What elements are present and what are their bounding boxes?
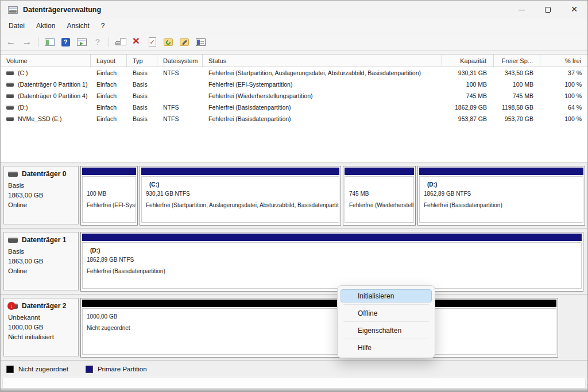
cell--frei: 64 % xyxy=(540,104,588,111)
table-row[interactable]: (D:)EinfachBasisNTFSFehlerfrei (Basisdat… xyxy=(1,102,587,113)
context-menu-item-hilfe[interactable]: Hilfe xyxy=(341,341,432,354)
table-row[interactable]: (C:)EinfachBasisNTFSFehlerfrei (Startpar… xyxy=(1,67,587,79)
partition-block[interactable]: 100 MBFehlerfrei (EFI-Syst xyxy=(80,166,138,226)
close-button[interactable] xyxy=(561,1,587,19)
column-header-dateisystem[interactable]: Dateisystem xyxy=(157,55,203,67)
legend-swatch xyxy=(86,366,93,373)
primary-partition-bar xyxy=(82,234,582,241)
disk-label[interactable]: ↓Datenträger 2Unbekannt1000,00 GBNicht i… xyxy=(3,298,79,356)
menu-help[interactable]: ? xyxy=(95,20,111,32)
disk-label[interactable]: Datenträger 1Basis1863,00 GBOnline xyxy=(3,232,79,290)
edit-folder-button[interactable] xyxy=(177,36,191,48)
volume-table-body: (C:)EinfachBasisNTFSFehlerfrei (Startpar… xyxy=(1,67,587,125)
column-header--frei[interactable]: % frei xyxy=(540,55,588,67)
status-bar xyxy=(2,378,586,389)
volume-icon xyxy=(6,71,14,75)
partition-name: (D:) xyxy=(424,180,581,189)
delete-button[interactable] xyxy=(129,36,143,48)
back-icon xyxy=(6,36,16,48)
check-document-button[interactable] xyxy=(145,36,159,48)
column-header-volume[interactable]: Volume xyxy=(1,55,91,67)
table-row[interactable]: (Datenträger 0 Partition 1)EinfachBasisF… xyxy=(1,79,587,90)
table-header: VolumeLayoutTypDateisystemStatusKapazitä… xyxy=(1,54,587,67)
unallocated-bar xyxy=(82,300,556,307)
legend-window-button[interactable] xyxy=(194,36,207,48)
action-pane-button[interactable] xyxy=(75,36,88,48)
partitions: 1000,00 GBNicht zugeordnet xyxy=(80,298,584,360)
legend-label: Primäre Partition xyxy=(98,366,147,372)
help-icon xyxy=(61,38,70,46)
partition-body: 100 MBFehlerfrei (EFI-Syst xyxy=(82,176,136,223)
delete-icon xyxy=(133,37,140,47)
menu-ansicht[interactable]: Ansicht xyxy=(61,20,95,32)
window-controls xyxy=(508,1,587,19)
forward-button[interactable] xyxy=(20,36,34,48)
partition-body: 1000,00 GBNicht zugeordnet xyxy=(82,308,556,355)
column-header-status[interactable]: Status xyxy=(203,55,442,67)
cell-freier-sp-: 953,70 GB xyxy=(494,115,540,122)
disk-meta: Online xyxy=(8,200,74,210)
menu-datei[interactable]: Datei xyxy=(3,20,30,32)
cell-status: Fehlerfrei (Basisdatenpartition) xyxy=(203,104,442,111)
console-tree-icon xyxy=(45,38,55,46)
cell-status: Fehlerfrei (Startpartition, Auslagerungs… xyxy=(203,69,442,76)
context-menu-item-eigenschaften[interactable]: Eigenschaften xyxy=(341,324,432,337)
cell-layout: Einfach xyxy=(91,92,127,99)
partition-name: (C:) xyxy=(146,180,336,189)
table-row[interactable]: (Datenträger 0 Partition 4)EinfachBasisF… xyxy=(1,90,587,102)
partition-block[interactable]: 1000,00 GBNicht zugeordnet xyxy=(80,298,558,358)
disk-name: Datenträger 0 xyxy=(22,170,66,178)
partition-block[interactable]: (D:)1862,89 GB NTFSFehlerfrei (Basisdate… xyxy=(417,166,585,226)
partition-body: (C:)930,31 GB NTFSFehlerfrei (Startparti… xyxy=(141,176,339,223)
table-row[interactable]: NVMe_SSD (E:)EinfachBasisNTFSFehlerfrei … xyxy=(1,113,587,125)
cell-volume: (D:) xyxy=(1,104,91,111)
cell-volume: (C:) xyxy=(1,69,91,76)
cell-freier-sp-: 745 MB xyxy=(494,92,540,99)
column-header-kapazit-t[interactable]: Kapazität xyxy=(442,55,494,67)
cell-typ: Basis xyxy=(127,92,157,99)
cell-layout: Einfach xyxy=(91,115,127,122)
cell-typ: Basis xyxy=(127,115,157,122)
partition-block[interactable]: (C:)930,31 GB NTFSFehlerfrei (Startparti… xyxy=(140,166,341,226)
partition-block[interactable]: 745 MBFehlerfrei (Wiederherstellung xyxy=(343,166,416,226)
cell-kapazit-t: 930,31 GB xyxy=(442,69,494,76)
context-menu-item-initialisieren[interactable]: Initialisieren xyxy=(341,289,432,302)
minimize-button[interactable] xyxy=(508,1,535,19)
inactive-help-icon xyxy=(95,37,100,47)
disk-label[interactable]: Datenträger 0Basis1863,00 GBOnline xyxy=(3,166,79,224)
help-button[interactable] xyxy=(59,36,72,48)
volume-icon xyxy=(6,106,14,110)
toolbar-separator xyxy=(109,37,109,47)
partition-size: 930,31 GB NTFS xyxy=(146,189,336,199)
menu-aktion[interactable]: Aktion xyxy=(30,20,61,32)
disk-meta: 1000,00 GB xyxy=(8,323,74,332)
disk-management-app-icon xyxy=(8,6,18,14)
disk-title: Datenträger 0 xyxy=(8,170,74,178)
primary-partition-bar xyxy=(345,168,414,175)
toolbar xyxy=(1,33,587,51)
disk-row: Datenträger 0Basis1863,00 GBOnline 100 M… xyxy=(1,162,587,228)
disk-properties-button[interactable] xyxy=(113,36,127,48)
cell-freier-sp-: 100 MB xyxy=(494,81,540,88)
console-tree-button[interactable] xyxy=(42,36,56,48)
column-header-typ[interactable]: Typ xyxy=(127,55,157,67)
refresh-folder-button[interactable] xyxy=(161,36,175,48)
partition-size: 1000,00 GB xyxy=(87,312,554,321)
partition-size: 1862,89 GB NTFS xyxy=(87,255,579,265)
volume-icon xyxy=(6,83,14,87)
cell--frei: 37 % xyxy=(540,69,588,76)
window-bottom-edge xyxy=(1,388,587,391)
partition-body: (D:)1862,89 GB NTFSFehlerfrei (Basisdate… xyxy=(82,242,582,289)
cell-freier-sp-: 1198,58 GB xyxy=(494,104,540,111)
column-header-layout[interactable]: Layout xyxy=(91,55,127,67)
partition-block[interactable]: (D:)1862,89 GB NTFSFehlerfrei (Basisdate… xyxy=(80,232,583,292)
cell--frei: 100 % xyxy=(540,81,588,88)
maximize-button[interactable] xyxy=(535,1,561,19)
volume-name: (D:) xyxy=(18,104,28,111)
back-button[interactable] xyxy=(4,36,18,48)
cell-volume: NVMe_SSD (E:) xyxy=(1,115,91,122)
partition-name xyxy=(349,180,411,189)
partition-name: (D:) xyxy=(87,246,579,255)
column-header-freier-sp-[interactable]: Freier Sp... xyxy=(494,55,540,67)
context-menu-item-offline[interactable]: Offline xyxy=(341,306,432,320)
